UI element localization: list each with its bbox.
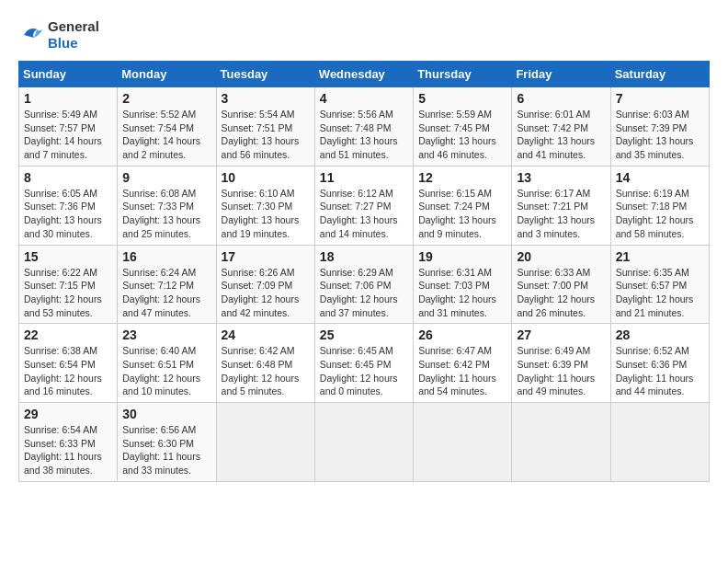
day-info: Sunrise: 6:38 AMSunset: 6:54 PMDaylight:… xyxy=(24,344,112,398)
calendar-cell: 1Sunrise: 5:49 AMSunset: 7:57 PMDaylight… xyxy=(19,87,118,167)
day-number: 22 xyxy=(24,327,112,342)
day-info: Sunrise: 6:54 AMSunset: 6:33 PMDaylight:… xyxy=(24,423,112,477)
day-number: 19 xyxy=(418,249,506,264)
day-number: 21 xyxy=(616,249,704,264)
day-number: 18 xyxy=(320,249,408,264)
calendar-cell xyxy=(414,403,512,482)
day-number: 17 xyxy=(222,249,310,264)
day-number: 30 xyxy=(122,407,210,421)
day-number: 11 xyxy=(320,170,408,185)
day-info: Sunrise: 5:54 AMSunset: 7:51 PMDaylight:… xyxy=(222,108,310,162)
calendar-cell: 3Sunrise: 5:54 AMSunset: 7:51 PMDaylight… xyxy=(216,87,314,167)
day-info: Sunrise: 6:15 AMSunset: 7:24 PMDaylight:… xyxy=(418,187,506,241)
calendar-cell: 21Sunrise: 6:35 AMSunset: 6:57 PMDayligh… xyxy=(610,245,709,324)
day-number: 20 xyxy=(517,249,605,264)
calendar-cell: 25Sunrise: 6:45 AMSunset: 6:45 PMDayligh… xyxy=(314,324,413,403)
day-info: Sunrise: 6:49 AMSunset: 6:39 PMDaylight:… xyxy=(517,344,605,398)
calendar-cell: 22Sunrise: 6:38 AMSunset: 6:54 PMDayligh… xyxy=(19,324,118,403)
calendar-week-5: 29Sunrise: 6:54 AMSunset: 6:33 PMDayligh… xyxy=(19,403,710,482)
day-info: Sunrise: 6:35 AMSunset: 6:57 PMDaylight:… xyxy=(616,266,704,320)
day-number: 1 xyxy=(24,91,112,106)
day-info: Sunrise: 5:52 AMSunset: 7:54 PMDaylight:… xyxy=(122,108,210,162)
column-header-saturday: Saturday xyxy=(610,62,709,87)
day-number: 28 xyxy=(616,327,704,342)
calendar-cell: 26Sunrise: 6:47 AMSunset: 6:42 PMDayligh… xyxy=(414,324,512,403)
day-info: Sunrise: 6:08 AMSunset: 7:33 PMDaylight:… xyxy=(122,187,210,241)
day-number: 6 xyxy=(517,91,605,106)
calendar-cell: 18Sunrise: 6:29 AMSunset: 7:06 PMDayligh… xyxy=(314,245,413,324)
day-number: 29 xyxy=(24,407,112,421)
calendar-cell: 13Sunrise: 6:17 AMSunset: 7:21 PMDayligh… xyxy=(512,166,610,245)
day-info: Sunrise: 5:49 AMSunset: 7:57 PMDaylight:… xyxy=(24,108,112,162)
day-info: Sunrise: 6:01 AMSunset: 7:42 PMDaylight:… xyxy=(517,108,605,162)
day-number: 26 xyxy=(418,327,506,342)
day-info: Sunrise: 5:59 AMSunset: 7:45 PMDaylight:… xyxy=(418,108,506,162)
calendar-header-row: SundayMondayTuesdayWednesdayThursdayFrid… xyxy=(19,62,710,87)
calendar-cell: 11Sunrise: 6:12 AMSunset: 7:27 PMDayligh… xyxy=(314,166,413,245)
calendar-cell: 23Sunrise: 6:40 AMSunset: 6:51 PMDayligh… xyxy=(118,324,216,403)
day-number: 3 xyxy=(222,91,310,106)
day-number: 25 xyxy=(320,327,408,342)
column-header-sunday: Sunday xyxy=(19,62,118,87)
day-info: Sunrise: 6:24 AMSunset: 7:12 PMDaylight:… xyxy=(122,266,210,320)
day-info: Sunrise: 6:33 AMSunset: 7:00 PMDaylight:… xyxy=(517,266,605,320)
day-number: 27 xyxy=(517,327,605,342)
day-number: 5 xyxy=(418,91,506,106)
day-number: 23 xyxy=(122,327,210,342)
day-info: Sunrise: 6:42 AMSunset: 6:48 PMDaylight:… xyxy=(222,344,310,398)
day-info: Sunrise: 6:03 AMSunset: 7:39 PMDaylight:… xyxy=(616,108,704,162)
column-header-thursday: Thursday xyxy=(414,62,512,87)
calendar-cell: 20Sunrise: 6:33 AMSunset: 7:00 PMDayligh… xyxy=(512,245,610,324)
column-header-friday: Friday xyxy=(512,62,610,87)
calendar-cell: 14Sunrise: 6:19 AMSunset: 7:18 PMDayligh… xyxy=(610,166,709,245)
calendar-cell: 29Sunrise: 6:54 AMSunset: 6:33 PMDayligh… xyxy=(19,403,118,482)
day-info: Sunrise: 5:56 AMSunset: 7:48 PMDaylight:… xyxy=(320,108,408,162)
calendar-cell: 5Sunrise: 5:59 AMSunset: 7:45 PMDaylight… xyxy=(414,87,512,167)
day-info: Sunrise: 6:12 AMSunset: 7:27 PMDaylight:… xyxy=(320,187,408,241)
calendar-week-4: 22Sunrise: 6:38 AMSunset: 6:54 PMDayligh… xyxy=(19,324,710,403)
calendar-cell xyxy=(314,403,413,482)
day-info: Sunrise: 6:31 AMSunset: 7:03 PMDaylight:… xyxy=(418,266,506,320)
calendar-cell: 8Sunrise: 6:05 AMSunset: 7:36 PMDaylight… xyxy=(19,166,118,245)
calendar-cell: 17Sunrise: 6:26 AMSunset: 7:09 PMDayligh… xyxy=(216,245,314,324)
day-number: 14 xyxy=(616,170,704,185)
day-info: Sunrise: 6:19 AMSunset: 7:18 PMDaylight:… xyxy=(616,187,704,241)
calendar-cell: 16Sunrise: 6:24 AMSunset: 7:12 PMDayligh… xyxy=(118,245,216,324)
day-info: Sunrise: 6:47 AMSunset: 6:42 PMDaylight:… xyxy=(418,344,506,398)
calendar-cell: 2Sunrise: 5:52 AMSunset: 7:54 PMDaylight… xyxy=(118,87,216,167)
calendar-cell: 9Sunrise: 6:08 AMSunset: 7:33 PMDaylight… xyxy=(118,166,216,245)
day-number: 15 xyxy=(24,249,112,264)
day-number: 4 xyxy=(320,91,408,106)
day-number: 16 xyxy=(122,249,210,264)
calendar-cell xyxy=(216,403,314,482)
logo: General Blue xyxy=(18,18,99,52)
day-info: Sunrise: 6:17 AMSunset: 7:21 PMDaylight:… xyxy=(517,187,605,241)
calendar-cell: 4Sunrise: 5:56 AMSunset: 7:48 PMDaylight… xyxy=(314,87,413,167)
day-info: Sunrise: 6:45 AMSunset: 6:45 PMDaylight:… xyxy=(320,344,408,398)
calendar-body: 1Sunrise: 5:49 AMSunset: 7:57 PMDaylight… xyxy=(19,87,710,482)
calendar-cell: 12Sunrise: 6:15 AMSunset: 7:24 PMDayligh… xyxy=(414,166,512,245)
calendar-cell: 6Sunrise: 6:01 AMSunset: 7:42 PMDaylight… xyxy=(512,87,610,167)
day-number: 8 xyxy=(24,170,112,185)
column-header-wednesday: Wednesday xyxy=(314,62,413,87)
day-info: Sunrise: 6:52 AMSunset: 6:36 PMDaylight:… xyxy=(616,344,704,398)
logo-icon xyxy=(18,22,44,48)
day-info: Sunrise: 6:56 AMSunset: 6:30 PMDaylight:… xyxy=(122,423,210,477)
day-number: 24 xyxy=(222,327,310,342)
calendar-cell: 24Sunrise: 6:42 AMSunset: 6:48 PMDayligh… xyxy=(216,324,314,403)
calendar-cell: 7Sunrise: 6:03 AMSunset: 7:39 PMDaylight… xyxy=(610,87,709,167)
calendar-cell xyxy=(610,403,709,482)
day-info: Sunrise: 6:26 AMSunset: 7:09 PMDaylight:… xyxy=(222,266,310,320)
day-number: 13 xyxy=(517,170,605,185)
day-info: Sunrise: 6:10 AMSunset: 7:30 PMDaylight:… xyxy=(222,187,310,241)
day-number: 12 xyxy=(418,170,506,185)
calendar-cell: 28Sunrise: 6:52 AMSunset: 6:36 PMDayligh… xyxy=(610,324,709,403)
calendar-week-2: 8Sunrise: 6:05 AMSunset: 7:36 PMDaylight… xyxy=(19,166,710,245)
day-info: Sunrise: 6:29 AMSunset: 7:06 PMDaylight:… xyxy=(320,266,408,320)
calendar-cell: 19Sunrise: 6:31 AMSunset: 7:03 PMDayligh… xyxy=(414,245,512,324)
day-info: Sunrise: 6:22 AMSunset: 7:15 PMDaylight:… xyxy=(24,266,112,320)
calendar-table: SundayMondayTuesdayWednesdayThursdayFrid… xyxy=(18,61,710,482)
day-number: 9 xyxy=(122,170,210,185)
column-header-monday: Monday xyxy=(118,62,216,87)
day-info: Sunrise: 6:40 AMSunset: 6:51 PMDaylight:… xyxy=(122,344,210,398)
